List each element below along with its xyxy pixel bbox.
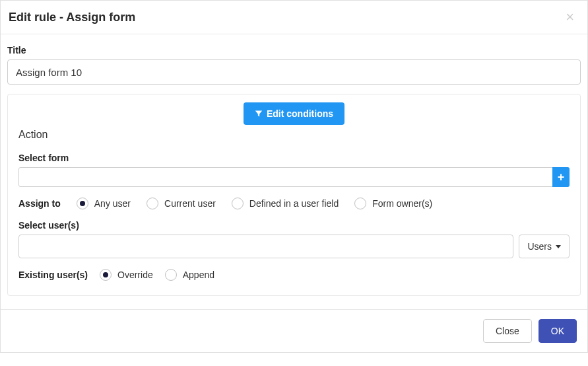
existing-users-row: Existing user(s) Override Append (18, 269, 570, 281)
radio-label: Defined in a user field (249, 198, 339, 209)
radio-icon (77, 198, 88, 209)
existing-users-override[interactable]: Override (100, 269, 153, 281)
modal-body: Title Edit conditions Action Select form (1, 34, 587, 309)
users-dropdown-label: Users (527, 241, 552, 252)
assign-to-row: Assign to Any user Current user Defined … (18, 198, 570, 209)
select-users-group: Select user(s) Users (18, 220, 570, 258)
assign-to-label: Assign to (18, 198, 61, 209)
radio-icon (147, 198, 158, 209)
modal-footer: Close OK (1, 309, 587, 352)
select-form-group: Select form + (18, 153, 570, 187)
radio-label: Override (117, 270, 153, 280)
select-users-row: Users (18, 235, 570, 258)
radio-label: Any user (94, 198, 131, 209)
modal-title: Edit rule - Assign form (9, 11, 135, 24)
existing-users-append[interactable]: Append (165, 269, 214, 281)
radio-icon (165, 269, 177, 281)
edit-rule-modal: Edit rule - Assign form × Title Edit con… (0, 0, 588, 353)
edit-conditions-wrap: Edit conditions (18, 102, 570, 125)
radio-icon (100, 269, 112, 281)
plus-icon: + (558, 170, 565, 184)
ok-button[interactable]: OK (539, 319, 577, 343)
select-users-input[interactable] (18, 235, 513, 258)
radio-icon (232, 198, 244, 209)
radio-label: Form owner(s) (372, 198, 432, 209)
radio-label: Append (183, 270, 214, 280)
users-dropdown[interactable]: Users (519, 235, 570, 258)
assign-to-form-owners[interactable]: Form owner(s) (354, 198, 432, 209)
select-users-label: Select user(s) (18, 220, 570, 231)
existing-users-label: Existing user(s) (18, 270, 88, 280)
title-field-group: Title (7, 45, 581, 85)
close-button[interactable]: Close (483, 319, 532, 343)
title-label: Title (7, 45, 581, 55)
select-form-input[interactable] (18, 167, 553, 187)
filter-icon (255, 110, 263, 118)
modal-header: Edit rule - Assign form × (1, 1, 587, 34)
radio-icon (354, 198, 366, 209)
add-form-button[interactable]: + (552, 167, 570, 187)
edit-conditions-label: Edit conditions (267, 108, 333, 119)
chevron-down-icon (556, 245, 561, 248)
close-icon[interactable]: × (563, 10, 577, 24)
action-section-title: Action (18, 129, 570, 141)
radio-label: Current user (164, 198, 216, 209)
assign-to-any-user[interactable]: Any user (77, 198, 131, 209)
select-form-label: Select form (18, 153, 570, 163)
title-input[interactable] (7, 59, 581, 85)
action-card: Edit conditions Action Select form + Ass… (7, 94, 581, 296)
assign-to-defined-user-field[interactable]: Defined in a user field (232, 198, 339, 209)
edit-conditions-button[interactable]: Edit conditions (244, 102, 344, 125)
select-form-row: + (18, 167, 570, 187)
assign-to-current-user[interactable]: Current user (147, 198, 216, 209)
